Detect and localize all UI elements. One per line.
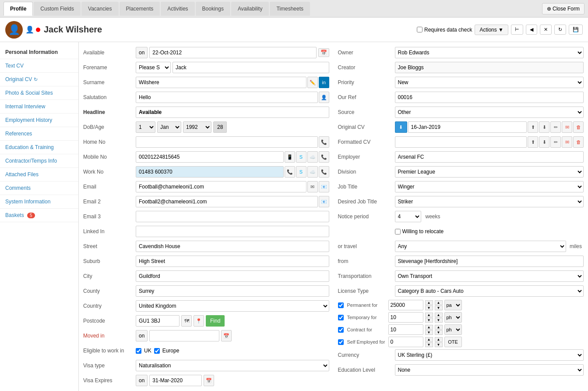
education-select[interactable]: None [395, 364, 584, 376]
sidebar-item-internal-interview[interactable]: Internal Interview [0, 100, 78, 114]
cv-upload-icon[interactable]: ⬆ [528, 121, 538, 133]
contract-unit-select[interactable]: ph pa [444, 324, 462, 335]
contract-down2-button[interactable]: ▼ [435, 330, 443, 335]
permanent-input[interactable] [388, 300, 423, 310]
nav-first-button[interactable]: ⊢ [511, 25, 523, 35]
moved-in-calendar-icon[interactable]: 📅 [221, 330, 232, 341]
tab-activities[interactable]: Activities [161, 2, 194, 16]
dob-month-select[interactable]: Jan [157, 121, 181, 133]
sidebar-item-personal-information[interactable]: Personal Information [0, 46, 78, 59]
contract-up2-button[interactable]: ▲ [435, 325, 443, 330]
our-ref-input[interactable] [395, 92, 584, 103]
linkedin-icon[interactable]: in [319, 77, 329, 88]
formatted-cv-input[interactable] [395, 136, 527, 148]
close-form-button[interactable]: ⊕ Close Form [542, 3, 584, 14]
skype-icon[interactable]: S [296, 151, 306, 163]
visa-type-select[interactable]: Naturalisation [136, 360, 329, 371]
email2-icon[interactable]: 📧 [319, 196, 329, 207]
self-employed-checkbox[interactable] [338, 339, 344, 345]
country-select[interactable]: United Kingdom United States Ireland [136, 300, 329, 312]
map-icon[interactable]: 🗺 [181, 315, 192, 327]
contract-down-button[interactable]: ▼ [425, 330, 433, 335]
cv-edit-icon[interactable]: ✏ [550, 121, 561, 133]
work-no-input[interactable] [136, 166, 284, 178]
self-employed-input[interactable] [388, 337, 423, 347]
sidebar-item-system-information[interactable]: System Information [0, 195, 78, 209]
notice-period-select[interactable]: 4 [395, 211, 421, 222]
pin-icon[interactable]: 📍 [194, 315, 204, 327]
sidebar-item-employment-history[interactable]: Employment History [0, 114, 78, 127]
email2-input[interactable] [136, 196, 318, 207]
temporary-input[interactable] [388, 312, 423, 323]
cv-email-icon[interactable]: ✉ [562, 121, 572, 133]
nav-refresh-button[interactable]: ↻ [554, 25, 566, 35]
tab-availability[interactable]: Availability [231, 2, 269, 16]
email-icon2[interactable]: 📧 [319, 181, 329, 192]
mobile-icon[interactable]: 📱 [285, 151, 295, 163]
self-employed-up2-button[interactable]: ▲ [435, 337, 443, 342]
street-input[interactable] [136, 241, 329, 252]
temporary-unit-select[interactable]: ph pa [444, 312, 462, 323]
requires-data-check-checkbox[interactable] [417, 27, 423, 32]
home-no-input[interactable] [136, 136, 318, 148]
city-input[interactable] [136, 270, 329, 282]
permanent-checkbox[interactable] [338, 302, 344, 308]
sidebar-item-text-cv[interactable]: Text CV [0, 59, 78, 73]
permanent-down-button[interactable]: ▼ [425, 306, 433, 310]
nav-close-button[interactable]: ✕ [540, 25, 552, 35]
salutation-input[interactable] [136, 92, 318, 103]
from-input[interactable] [395, 256, 584, 267]
forename-input[interactable] [173, 62, 329, 73]
tab-custom-fields[interactable]: Custom Fields [34, 2, 81, 16]
sidebar-item-contractor-temps[interactable]: Contractor/Temps Info [0, 154, 78, 168]
available-date-input[interactable] [149, 47, 316, 58]
temporary-up-button[interactable]: ▲ [425, 313, 433, 317]
tab-timesheets[interactable]: Timesheets [270, 2, 310, 16]
sidebar-item-comments[interactable]: Comments [0, 181, 78, 195]
visa-expires-input[interactable] [149, 375, 202, 386]
moved-in-input[interactable] [149, 330, 219, 341]
employer-input[interactable] [395, 151, 584, 163]
contract-checkbox[interactable] [338, 327, 344, 333]
available-calendar-icon[interactable]: 📅 [318, 48, 329, 57]
tab-vacancies[interactable]: Vacancies [81, 2, 118, 16]
formatted-cv-download-icon[interactable]: ⬇ [539, 136, 549, 148]
actions-button[interactable]: Actions ▼ [475, 25, 508, 35]
forename-salutation-select[interactable]: Please S Mr Mrs Miss Ms Dr [136, 62, 171, 73]
travel-select[interactable]: Any [395, 241, 566, 252]
work-phone-icon[interactable]: 📞 [285, 166, 295, 178]
tab-bookings[interactable]: Bookings [196, 2, 230, 16]
europe-checkbox[interactable] [154, 348, 160, 354]
sidebar-item-baskets[interactable]: Baskets 5 [0, 209, 78, 222]
source-select[interactable]: Other [395, 107, 584, 118]
work-cloud-icon[interactable]: ☁️ [307, 166, 318, 178]
work-skype-icon[interactable]: S [296, 166, 306, 178]
self-employed-down2-button[interactable]: ▼ [435, 342, 443, 347]
formatted-cv-upload-icon[interactable]: ⬆ [528, 136, 538, 148]
division-select[interactable]: Premier League [395, 166, 584, 178]
priority-select[interactable]: New High Medium Low [395, 77, 584, 88]
find-button[interactable]: Find [206, 315, 225, 327]
formatted-cv-edit-icon[interactable]: ✏ [550, 136, 561, 148]
linkedin-input[interactable] [136, 226, 329, 237]
cv-download-arrow-icon[interactable]: ⬇ [395, 121, 407, 133]
cv-download-icon[interactable]: ⬇ [539, 121, 549, 133]
temporary-down-button[interactable]: ▼ [425, 318, 433, 323]
dob-day-select[interactable]: 1 [136, 121, 155, 133]
contract-input[interactable] [388, 324, 423, 335]
license-select[interactable]: Category B auto - Cars Auto [395, 285, 584, 297]
permanent-down2-button[interactable]: ▼ [435, 306, 443, 310]
currency-select[interactable]: UK Sterling (£) [395, 349, 584, 361]
sidebar-item-references[interactable]: References [0, 127, 78, 141]
owner-select[interactable]: Rob Edwards [395, 47, 584, 58]
permanent-unit-select[interactable]: pa ph [444, 300, 462, 310]
edit-icon[interactable]: ✏️ [307, 77, 318, 88]
tab-profile[interactable]: Profile [4, 2, 33, 16]
visa-expires-calendar-icon[interactable]: 📅 [204, 375, 214, 386]
surname-input[interactable] [136, 77, 306, 88]
suburb-input[interactable] [136, 256, 329, 267]
permanent-up2-button[interactable]: ▲ [435, 300, 443, 305]
person-icon[interactable]: 👤 [319, 92, 329, 103]
transport-select[interactable]: Own Transport [395, 270, 584, 282]
email3-input[interactable] [136, 211, 329, 222]
